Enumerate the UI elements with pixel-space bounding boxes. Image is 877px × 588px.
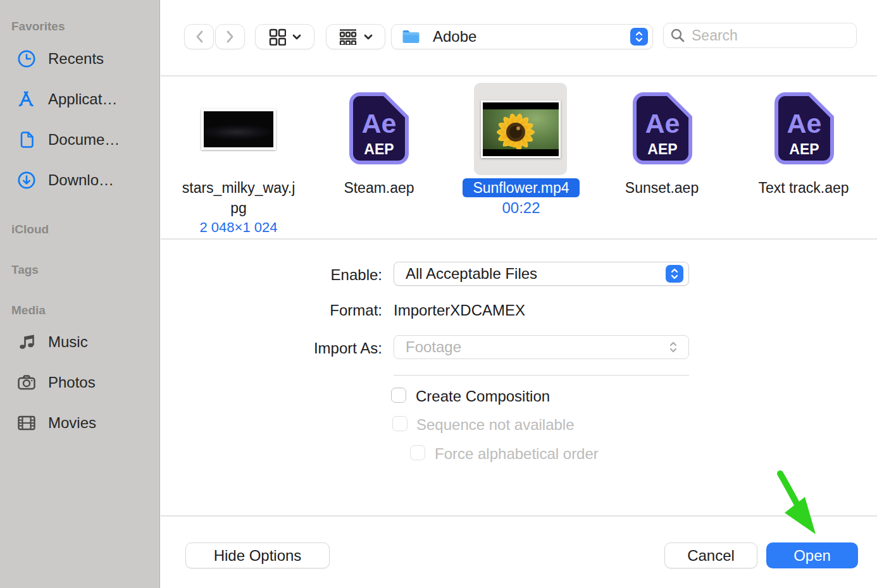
file-name: pg <box>180 200 297 217</box>
sidebar-item-applications[interactable]: Applicat… <box>16 89 117 109</box>
chevron-left-icon <box>195 30 204 44</box>
chevron-down-icon <box>364 34 373 40</box>
file-name: stars_milky_way.j <box>180 180 297 197</box>
svg-text:AEP: AEP <box>364 141 394 157</box>
document-icon <box>16 130 37 150</box>
chevron-down-icon <box>292 34 301 40</box>
current-folder-select[interactable]: Adobe <box>391 24 653 49</box>
import-options: Enable: All Acceptable Files Format: Imp… <box>161 241 877 515</box>
sidebar-item-label: Photos <box>48 374 96 391</box>
sequence-checkbox <box>392 416 407 431</box>
grid-view-icon <box>268 28 286 46</box>
folder-icon <box>402 29 420 44</box>
search-field[interactable] <box>663 23 857 48</box>
finder-sidebar: Favorites Recents Applicat… Docume… Down… <box>0 0 160 588</box>
create-composition-label: Create Composition <box>416 388 550 405</box>
open-button[interactable]: Open <box>766 542 858 568</box>
sidebar-item-label: Movies <box>48 414 96 432</box>
sidebar-item-label: Recents <box>48 50 104 68</box>
file-name: Text track.aep <box>740 180 867 197</box>
import-as-label: Import As: <box>256 340 382 357</box>
sidebar-item-downloads[interactable]: Downlo… <box>16 170 114 190</box>
force-alphabetical-checkbox <box>410 445 425 460</box>
group-view-icon <box>339 28 358 45</box>
sidebar-item-music[interactable]: Music <box>16 332 88 352</box>
open-file-dialog: Favorites Recents Applicat… Docume… Down… <box>0 0 877 588</box>
current-folder-label: Adobe <box>433 28 476 46</box>
search-input[interactable] <box>690 27 830 45</box>
icon-view-button[interactable] <box>255 24 314 49</box>
enable-label: Enable: <box>256 266 382 284</box>
aep-file-icon: Ae AEP <box>774 92 834 164</box>
sidebar-item-photos[interactable]: Photos <box>16 372 96 393</box>
options-divider <box>394 375 689 376</box>
sidebar-section-favorites: Favorites <box>11 20 65 34</box>
hide-options-button[interactable]: Hide Options <box>185 542 330 568</box>
sidebar-section-media: Media <box>11 303 46 317</box>
enable-select-value: All Acceptable Files <box>406 265 537 283</box>
sidebar-item-label: Docume… <box>48 131 120 149</box>
sidebar-section-icloud: iCloud <box>11 223 49 236</box>
sidebar-section-tags: Tags <box>11 263 39 277</box>
forward-button[interactable] <box>215 24 245 49</box>
svg-text:Ae: Ae <box>645 108 680 138</box>
sidebar-item-label: Music <box>48 333 88 351</box>
dialog-footer: Hide Options Cancel Open <box>161 515 877 588</box>
file-name: Sunset.aep <box>604 180 720 197</box>
file-browser: stars_milky_way.j pg 2 048×1 024 Ae AEP … <box>161 78 877 240</box>
group-view-button[interactable] <box>326 24 385 49</box>
download-icon <box>16 170 37 190</box>
folder-stepper-icon[interactable] <box>630 28 648 46</box>
image-thumbnail <box>201 109 276 150</box>
import-as-select: Footage <box>394 335 689 359</box>
back-button[interactable] <box>184 24 214 49</box>
app-store-icon <box>16 89 37 109</box>
force-alphabetical-label: Force alphabetical order <box>435 445 599 463</box>
music-note-icon <box>16 332 37 352</box>
sidebar-item-recents[interactable]: Recents <box>16 49 104 69</box>
import-as-select-value: Footage <box>406 338 461 356</box>
aep-file-icon: Ae AEP <box>633 92 692 164</box>
sequence-label: Sequence not available <box>416 416 575 434</box>
select-stepper-icon <box>668 340 678 354</box>
svg-text:Ae: Ae <box>362 108 397 138</box>
file-name: Steam.aep <box>321 180 437 197</box>
film-icon <box>16 413 37 433</box>
file-dimensions: 2 048×1 024 <box>180 219 297 236</box>
toolbar: Adobe <box>161 0 877 77</box>
clock-icon <box>16 49 37 69</box>
select-stepper-icon <box>666 265 683 283</box>
svg-text:AEP: AEP <box>647 141 677 157</box>
sidebar-item-label: Downlo… <box>48 171 114 189</box>
video-thumbnail <box>481 101 561 158</box>
create-composition-checkbox[interactable] <box>391 388 406 403</box>
dialog-main: Adobe stars_milky_way.j pg 2 <box>161 0 877 588</box>
sidebar-item-movies[interactable]: Movies <box>16 413 96 433</box>
svg-text:AEP: AEP <box>789 141 819 157</box>
enable-select[interactable]: All Acceptable Files <box>394 262 689 286</box>
format-label: Format: <box>256 302 382 319</box>
sidebar-item-documents[interactable]: Docume… <box>16 130 120 150</box>
format-value: ImporterXDCAMEX <box>394 302 525 319</box>
search-icon <box>670 28 685 43</box>
sidebar-item-label: Applicat… <box>48 90 117 108</box>
file-duration: 00:22 <box>463 199 580 217</box>
camera-icon <box>16 372 37 393</box>
selected-file-name: Sunflower.mp4 <box>463 178 580 197</box>
svg-text:Ae: Ae <box>787 108 822 138</box>
aep-file-icon: Ae AEP <box>349 92 409 164</box>
chevron-right-icon <box>226 30 235 44</box>
cancel-button[interactable]: Cancel <box>664 542 757 568</box>
